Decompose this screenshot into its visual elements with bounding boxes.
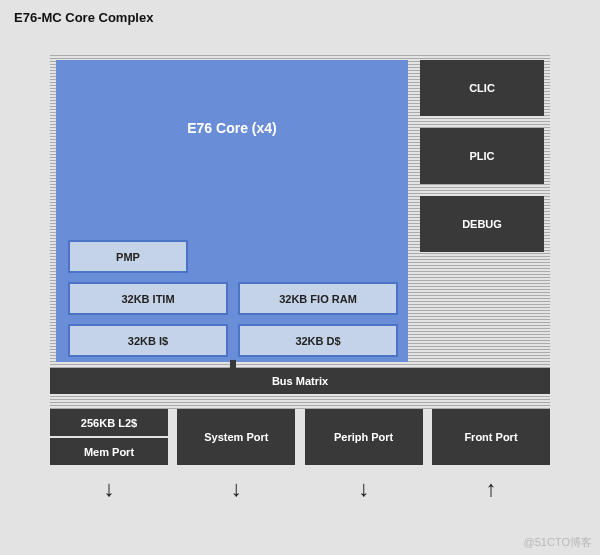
core-label: E76 Core (x4) bbox=[58, 120, 406, 136]
fioram-block: 32KB FIO RAM bbox=[238, 282, 398, 315]
port-col-mem: 256KB L2$ Mem Port bbox=[50, 409, 168, 465]
system-port-block: System Port bbox=[177, 409, 295, 465]
watermark: @51CTO博客 bbox=[524, 535, 592, 550]
front-port-block: Front Port bbox=[432, 409, 550, 465]
clic-block: CLIC bbox=[420, 60, 544, 116]
icache-block: 32KB I$ bbox=[68, 324, 228, 357]
port-col-system: System Port bbox=[177, 409, 295, 465]
port-row: 256KB L2$ Mem Port System Port Periph Po… bbox=[50, 409, 550, 465]
mem-port-block: Mem Port bbox=[50, 438, 168, 465]
l2-block: 256KB L2$ bbox=[50, 409, 168, 436]
itim-block: 32KB ITIM bbox=[68, 282, 228, 315]
core-block: E76 Core (x4) PMP 32KB ITIM 32KB FIO RAM… bbox=[56, 60, 408, 362]
pmp-block: PMP bbox=[68, 240, 188, 273]
port-col-front: Front Port bbox=[432, 409, 550, 465]
dcache-block: 32KB D$ bbox=[238, 324, 398, 357]
arrow-up-icon: ↑ bbox=[432, 474, 550, 504]
arrow-down-icon: ↓ bbox=[50, 474, 168, 504]
plic-block: PLIC bbox=[420, 128, 544, 184]
arrow-row: ↓ ↓ ↓ ↑ bbox=[50, 474, 550, 504]
bus-matrix-block: Bus Matrix bbox=[50, 368, 550, 394]
hatch-region-mid bbox=[50, 394, 550, 409]
arrow-down-icon: ↓ bbox=[177, 474, 295, 504]
arrow-down-icon: ↓ bbox=[305, 474, 423, 504]
port-col-periph: Periph Port bbox=[305, 409, 423, 465]
debug-block: DEBUG bbox=[420, 196, 544, 252]
diagram-title: E76-MC Core Complex bbox=[14, 10, 153, 25]
diagram-canvas: E76 Core (x4) PMP 32KB ITIM 32KB FIO RAM… bbox=[50, 54, 550, 529]
periph-port-block: Periph Port bbox=[305, 409, 423, 465]
